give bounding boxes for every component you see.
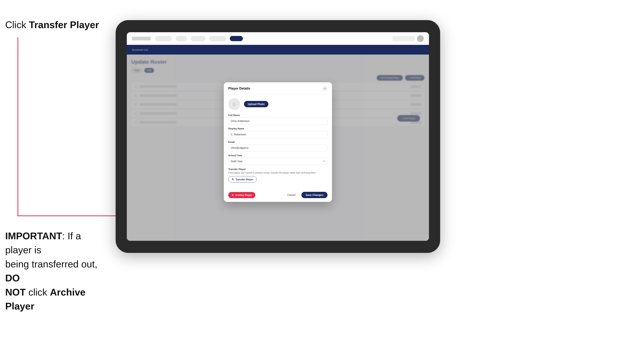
modal-body: ☺ Upload Photo Full Name Display Name <box>224 94 332 189</box>
archive-player-button[interactable]: ⊘ Archive Player <box>228 192 255 198</box>
transfer-player-section: Transfer Player If this player has moved… <box>228 168 328 183</box>
modal-title: Player Details <box>228 87 250 91</box>
nav-item-addplayer[interactable] <box>209 36 226 41</box>
transfer-section-description: If this player has moved to another scho… <box>228 171 328 174</box>
instruction-top-bold: Transfer Player <box>29 19 99 30</box>
sub-navbar: Scorecard (11) <box>127 45 429 55</box>
modal-header: Player Details × <box>224 82 332 94</box>
email-label: Email <box>228 141 328 143</box>
nav-item-coaches[interactable] <box>190 36 206 41</box>
transfer-player-button[interactable]: ↻ Transfer Player <box>228 176 257 182</box>
full-name-group: Full Name <box>228 114 328 125</box>
upload-photo-button[interactable]: Upload Photo <box>244 101 268 107</box>
transfer-player-label: Transfer Player <box>236 178 253 181</box>
tablet-screen: Scorecard (11) Update Roster View Edit A… <box>127 32 429 241</box>
do-not-label: DONOT <box>5 273 26 297</box>
school-year-group: School Year First Year Second Year Third… <box>228 154 328 165</box>
modal-overlay: Player Details × ☺ Upload Photo <box>127 55 429 241</box>
transfer-section-title: Transfer Player <box>228 168 328 171</box>
nav-items <box>155 36 388 41</box>
instruction-bottom: IMPORTANT: If a player isbeing transferr… <box>5 229 110 313</box>
school-year-label: School Year <box>228 154 328 157</box>
person-icon: ☺ <box>232 101 237 107</box>
school-year-select-wrapper: First Year Second Year Third Year Fourth… <box>228 158 328 165</box>
email-group: Email <box>228 141 328 151</box>
nav-item-roster[interactable] <box>230 36 243 41</box>
nav-item-customers[interactable] <box>155 36 172 41</box>
breadcrumb: Scorecard (11) <box>132 48 148 51</box>
email-input[interactable] <box>228 144 328 151</box>
display-name-input[interactable] <box>228 131 328 138</box>
cancel-button[interactable]: Cancel <box>284 192 299 198</box>
transfer-icon: ↻ <box>232 178 234 181</box>
display-name-label: Display Name <box>228 127 328 130</box>
player-details-modal: Player Details × ☺ Upload Photo <box>224 82 332 202</box>
nav-right <box>392 35 424 42</box>
photo-upload-row: ☺ Upload Photo <box>228 98 328 110</box>
full-name-input[interactable] <box>228 118 328 125</box>
app-navbar <box>127 32 429 45</box>
full-name-label: Full Name <box>228 114 328 117</box>
avatar-circle: ☺ <box>228 98 240 110</box>
nav-add-player-btn[interactable] <box>392 36 415 41</box>
arrow-vertical <box>18 37 18 216</box>
important-label: IMPORTANT <box>5 231 62 241</box>
content-area: Update Roster View Edit Add Existing Pla… <box>127 55 429 241</box>
app-logo <box>132 37 151 40</box>
archive-player-label: Archive Player <box>235 194 252 196</box>
school-year-select[interactable]: First Year Second Year Third Year Fourth… <box>228 158 328 165</box>
tablet-device: Scorecard (11) Update Roster View Edit A… <box>116 20 440 253</box>
instruction-top: Click Transfer Player <box>5 19 99 31</box>
nav-item-teams[interactable] <box>176 36 187 41</box>
modal-footer: ⊘ Archive Player Cancel Save Changes <box>224 189 332 202</box>
close-button[interactable]: × <box>322 86 328 91</box>
save-changes-button[interactable]: Save Changes <box>302 192 328 198</box>
display-name-group: Display Name <box>228 127 328 138</box>
nav-avatar <box>417 35 424 42</box>
archive-icon: ⊘ <box>232 194 234 196</box>
